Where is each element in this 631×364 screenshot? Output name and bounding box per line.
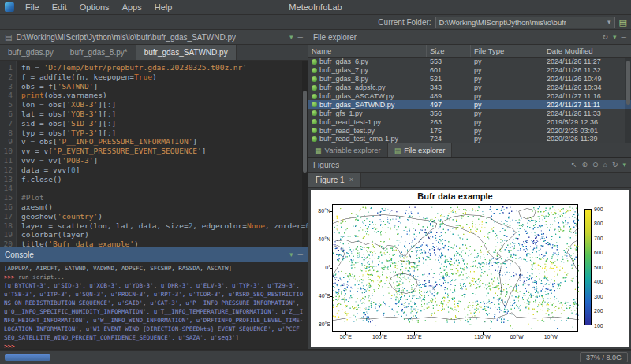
code-line: data = vvv[0] bbox=[21, 165, 308, 175]
chart-title: Bufr data example bbox=[332, 191, 578, 201]
colorbar-tick-label: 500 bbox=[594, 265, 603, 270]
minimize-panel-icon[interactable]: ─ bbox=[622, 33, 626, 41]
file-table: Name Size File Type Date Modified bufr_g… bbox=[308, 45, 631, 143]
file-list-scrollbar[interactable] bbox=[625, 58, 631, 143]
refresh-icon[interactable]: ↻ bbox=[603, 33, 609, 41]
cursor-icon[interactable]: ↖ bbox=[571, 161, 577, 169]
x-tick-label: 10°W bbox=[539, 334, 562, 340]
code-text[interactable]: fn = 'D:/Temp/bufr/prepbufr.gdas.2023032… bbox=[17, 61, 308, 247]
code-editor[interactable]: 1234567891011121314151617181920 fn = 'D:… bbox=[0, 61, 308, 247]
colorbar-tick-label: 200 bbox=[594, 308, 603, 314]
menu-items: FileEditOptionsAppsHelp bbox=[19, 2, 178, 12]
float-panel-icon[interactable]: ▾ bbox=[289, 33, 293, 41]
colorbar-tick-label: 900 bbox=[594, 206, 603, 212]
console-line: [ADPUPA, AIRCFT, SATWND, VADWND, ADPSFC,… bbox=[4, 264, 304, 273]
column-size[interactable]: Size bbox=[427, 45, 471, 57]
code-line: print(obs.varnames) bbox=[21, 91, 308, 100]
file-row[interactable]: bufr_gdas_8.py521py2024/11/26 10:49 bbox=[308, 75, 631, 84]
menu-help[interactable]: Help bbox=[148, 2, 179, 12]
file-explorer-panel: File explorer ↻▾─ Name Size File Type Da… bbox=[308, 30, 631, 158]
minimize-panel-icon[interactable]: ─ bbox=[298, 251, 303, 258]
tab-file-explorer-label: File explorer bbox=[404, 146, 445, 154]
zoom-out-icon[interactable]: ⊖ bbox=[592, 161, 599, 169]
browse-folder-icon[interactable]: ▤ bbox=[619, 17, 627, 28]
py-file-icon bbox=[312, 119, 317, 124]
file-icon: ▤ bbox=[5, 33, 12, 42]
console-output[interactable]: [ADPUPA, AIRCFT, SATWND, VADWND, ADPSFC,… bbox=[0, 262, 308, 349]
tab-figure-1[interactable]: Figure 1 × bbox=[308, 173, 361, 187]
code-line: f.close() bbox=[21, 175, 308, 184]
editor-panel-header: ▤ D:\Working\MIScript\Jython\mis\io\bufr… bbox=[0, 30, 308, 45]
minimize-panel-icon[interactable]: ─ bbox=[298, 33, 303, 41]
console-panel-header: Console ▾─ bbox=[0, 247, 308, 262]
console-line: >>> bbox=[4, 342, 304, 349]
menu-apps[interactable]: Apps bbox=[116, 2, 148, 12]
float-panel-icon[interactable]: ▾ bbox=[613, 33, 617, 41]
console-title: Console bbox=[5, 251, 34, 259]
file-row[interactable]: bufr_read_test-1.py263py2019/5/29 12:36 bbox=[308, 117, 631, 126]
menu-options[interactable]: Options bbox=[73, 2, 116, 12]
file-row[interactable]: bufr_gfs_1.py356py2024/11/26 11:33 bbox=[308, 109, 631, 117]
code-line bbox=[21, 184, 308, 193]
tab-file-explorer[interactable]: ▤ File explorer bbox=[388, 143, 453, 157]
figure-canvas-area[interactable]: Bufr data example 50°E100°E150°E110°W60°… bbox=[311, 190, 629, 347]
x-tick-label: 60°W bbox=[505, 334, 528, 340]
file-row[interactable]: bufr_gdas_ASCATW.py489py2024/11/27 11:16 bbox=[308, 92, 631, 101]
figures-header: Figures ↖⊕⊖⌂↻▾ bbox=[308, 158, 631, 173]
colorbar-tick-label: 100 bbox=[594, 323, 603, 329]
figure-tabbar: Figure 1 × bbox=[308, 173, 631, 188]
colorbar bbox=[584, 209, 592, 325]
colorbar-tick-label: 600 bbox=[594, 250, 603, 255]
refresh-icon[interactable]: ↻ bbox=[612, 161, 618, 169]
float-panel-icon[interactable]: ▾ bbox=[289, 251, 293, 258]
py-file-icon bbox=[312, 85, 317, 91]
editor-tab-2[interactable]: bufr_gdas_8.py* bbox=[62, 45, 136, 60]
editor-tab-1[interactable]: bufr_gdas.py bbox=[0, 45, 62, 60]
column-name[interactable]: Name bbox=[308, 45, 427, 57]
x-tick-label: 100°E bbox=[368, 334, 392, 340]
code-line: sid = obs['SID-3'][:] bbox=[21, 119, 308, 128]
x-tick-label: 110°W bbox=[471, 334, 495, 340]
map-plot[interactable] bbox=[332, 204, 578, 332]
x-tick-mark bbox=[380, 332, 381, 335]
code-line: #Plot bbox=[21, 193, 308, 202]
x-tick-mark bbox=[345, 332, 346, 335]
file-row[interactable]: bufr_read_test.py175py2020/2/25 03:01 bbox=[308, 126, 631, 135]
zoom-in-icon[interactable]: ⊕ bbox=[581, 161, 588, 169]
editor-panel: ▤ D:\Working\MIScript\Jython\mis\io\bufr… bbox=[0, 30, 308, 247]
py-file-icon bbox=[312, 136, 317, 142]
menu-edit[interactable]: Edit bbox=[46, 2, 73, 12]
code-line: colorbar(layer) bbox=[21, 230, 308, 240]
menu-bar: FileEditOptionsAppsHelp MeteoInfoLab bbox=[0, 0, 631, 15]
menu-file[interactable]: File bbox=[19, 2, 46, 12]
code-line: axesm() bbox=[21, 202, 308, 212]
colorbar-tick-label: 300 bbox=[594, 294, 603, 299]
chevron-down-icon[interactable]: ▾ bbox=[607, 18, 611, 26]
py-file-icon bbox=[312, 94, 317, 99]
file-row[interactable]: bufr_gdas_6.py553py2024/11/26 11:27 bbox=[308, 58, 631, 66]
float-panel-icon[interactable]: ▾ bbox=[622, 161, 626, 169]
current-folder-combobox[interactable]: D:\Working\MIScript\Jython\mis\io\bufr ▾ bbox=[435, 17, 615, 28]
file-row[interactable]: bufr_gdas_7.py601py2024/11/26 11:32 bbox=[308, 66, 631, 75]
y-tick-mark bbox=[330, 325, 332, 325]
editor-tabbar: bufr_gdas.pybufr_gdas_8.py*bufr_gdas_SAT… bbox=[0, 45, 308, 61]
figure-area: Bufr data example 50°E100°E150°E110°W60°… bbox=[308, 188, 631, 349]
console-line: >>> run script... bbox=[4, 273, 304, 281]
code-line: f = addfile(fn, keepopen=True) bbox=[21, 72, 308, 82]
column-date-modified[interactable]: Date Modified bbox=[543, 45, 631, 57]
console-line: [u'BYTCNT-3', u'SID-3', u'XOB-3', u'YOB-… bbox=[4, 281, 304, 342]
tab-variable-explorer[interactable]: ▦ Variable explorer bbox=[308, 143, 388, 157]
file-row[interactable]: bufr_gdas_SATWND.py497py2024/11/27 11:11 bbox=[308, 100, 631, 109]
file-row[interactable]: bufr_read_test_cma-1.py724py2020/2/26 11… bbox=[308, 135, 631, 143]
close-icon[interactable]: × bbox=[349, 176, 353, 184]
code-line: v = obs['P__INFO_PRESSURE_INFORMATION'] bbox=[21, 137, 308, 147]
tab-figure-1-label: Figure 1 bbox=[316, 176, 345, 184]
file-table-header: Name Size File Type Date Modified bbox=[308, 45, 631, 58]
file-row[interactable]: bufr_gdas_adpsfc.py343py2024/11/26 10:34 bbox=[308, 84, 631, 92]
figures-title: Figures bbox=[313, 161, 339, 169]
editor-scrollbar[interactable] bbox=[302, 61, 308, 247]
editor-tab-3[interactable]: bufr_gdas_SATWND.py bbox=[136, 45, 237, 60]
console-panel: Console ▾─ [ADPUPA, AIRCFT, SATWND, VADW… bbox=[0, 247, 308, 350]
column-file-type[interactable]: File Type bbox=[471, 45, 543, 57]
full-extent-icon[interactable]: ⌂ bbox=[603, 161, 607, 169]
